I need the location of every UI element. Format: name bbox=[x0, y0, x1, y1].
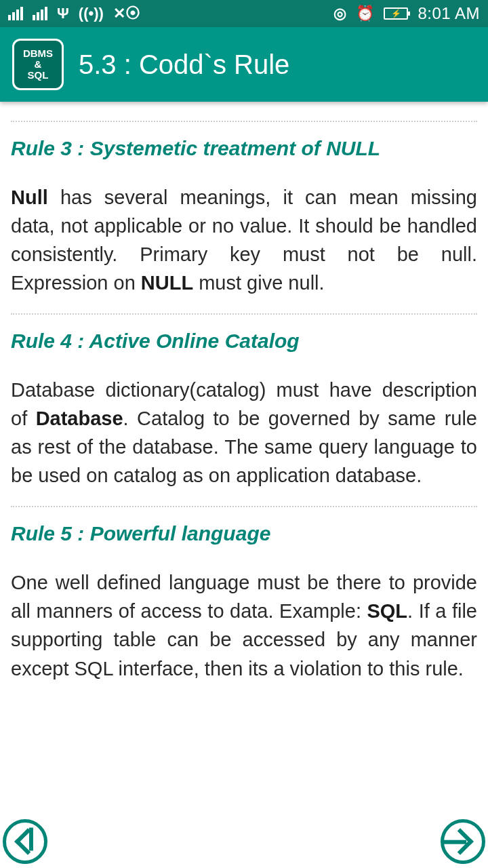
rule-section-5: Rule 5 : Powerful language One well defi… bbox=[11, 522, 477, 682]
rule-section-3: Rule 3 : Systemetic treatment of NULL Nu… bbox=[11, 137, 477, 297]
divider bbox=[11, 121, 477, 122]
app-icon-line2: & bbox=[35, 59, 42, 70]
divider bbox=[11, 506, 477, 507]
bold-text: Null bbox=[11, 186, 48, 208]
arrow-right-icon bbox=[447, 828, 474, 855]
bold-text: SQL bbox=[367, 600, 407, 622]
usb-icon: Ψ bbox=[57, 5, 69, 22]
rule-title: Rule 5 : Powerful language bbox=[11, 522, 477, 545]
app-icon-line3: SQL bbox=[28, 70, 49, 81]
rule-body: Null has several meanings, it can mean m… bbox=[11, 183, 477, 297]
prev-button[interactable] bbox=[3, 819, 47, 864]
vibrate-icon: ✕⦿ bbox=[113, 5, 140, 22]
rule-title: Rule 4 : Active Online Catalog bbox=[11, 330, 477, 353]
status-right: ◎ ⏰ ⚡ 8:01 AM bbox=[333, 4, 480, 23]
content-scroll[interactable]: Rule 3 : Systemetic treatment of NULL Nu… bbox=[0, 102, 488, 868]
app-icon[interactable]: DBMS & SQL bbox=[12, 39, 64, 90]
sync-icon: ◎ bbox=[333, 5, 346, 22]
rule-section-4: Rule 4 : Active Online Catalog Database … bbox=[11, 330, 477, 490]
app-icon-line1: DBMS bbox=[23, 48, 53, 59]
app-bar: DBMS & SQL 5.3 : Codd`s Rule bbox=[0, 27, 488, 102]
next-button[interactable] bbox=[441, 819, 485, 864]
status-left: Ψ ((•)) ✕⦿ bbox=[8, 5, 140, 22]
status-bar: Ψ ((•)) ✕⦿ ◎ ⏰ ⚡ 8:01 AM bbox=[0, 0, 488, 27]
hotspot-icon: ((•)) bbox=[79, 5, 104, 22]
bold-text: NULL bbox=[141, 272, 193, 294]
page-title: 5.3 : Codd`s Rule bbox=[79, 50, 289, 80]
rule-title: Rule 3 : Systemetic treatment of NULL bbox=[11, 137, 477, 160]
signal-icon-2 bbox=[33, 7, 47, 20]
rule-body: One well defined language must be there … bbox=[11, 568, 477, 682]
arrow-left-icon bbox=[14, 828, 41, 855]
clock-text: 8:01 AM bbox=[418, 4, 480, 23]
battery-icon: ⚡ bbox=[384, 7, 408, 20]
signal-icon-1 bbox=[8, 7, 23, 20]
divider bbox=[11, 313, 477, 315]
alarm-icon: ⏰ bbox=[356, 5, 374, 22]
bold-text: Database bbox=[36, 408, 123, 429]
rule-body: Database dictionary(catalog) must have d… bbox=[11, 376, 477, 490]
body-text: must give null. bbox=[193, 272, 324, 294]
